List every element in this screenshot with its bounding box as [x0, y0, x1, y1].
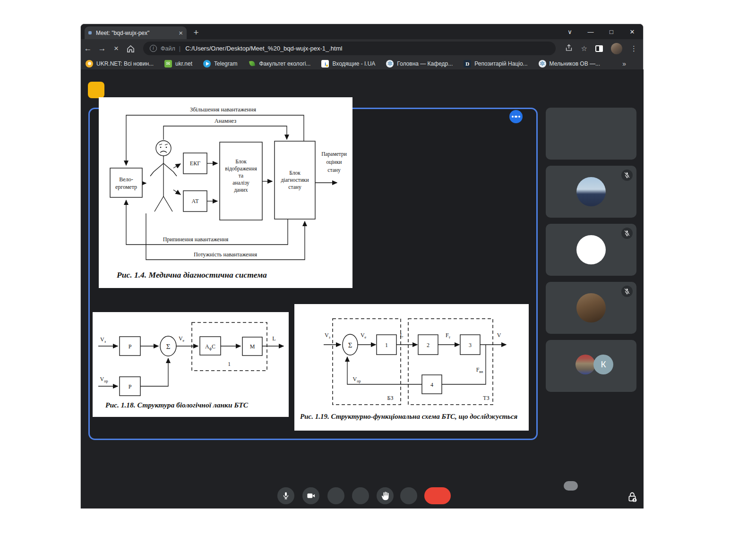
svg-text:Параметри: Параметри [321, 151, 347, 157]
iua-mail-icon: i [321, 60, 329, 68]
side-panel-icon[interactable] [595, 45, 603, 52]
svg-text:відображення: відображення [225, 166, 257, 172]
svg-text:Vз: Vз [100, 336, 106, 344]
svg-text:ЕКГ: ЕКГ [190, 160, 200, 167]
ukrnet-mail-icon: ✉ [164, 60, 172, 68]
svg-text:V: V [497, 332, 501, 339]
svg-text:Анамнез: Анамнез [215, 118, 237, 124]
mic-button[interactable] [277, 487, 294, 504]
fig119-dashed-blocks [333, 319, 493, 405]
svg-text:даних: даних [234, 187, 248, 193]
screenshot-canvas: Meet: "bqd-wujx-pex" × + ∨ — □ ✕ ← → × i… [0, 0, 756, 534]
participant-tile[interactable] [546, 224, 636, 276]
svg-text:Vе: Vе [179, 335, 185, 343]
address-bar[interactable]: i Файл | C:/Users/Олег/Desktop/Meet_%20_… [143, 42, 556, 55]
participant-tile[interactable] [546, 108, 636, 160]
raise-hand-button[interactable] [377, 487, 394, 504]
host-controls-lock-icon[interactable] [627, 492, 637, 504]
bookmark-item[interactable]: ✉ ukr.net [164, 60, 192, 68]
browser-tab[interactable]: Meet: "bqd-wujx-pex" × [85, 26, 187, 39]
home-icon[interactable] [123, 44, 137, 53]
ukrnet-news-icon [86, 60, 93, 68]
svg-text:Vе: Vе [361, 332, 367, 339]
svg-text:оцінки: оцінки [326, 159, 342, 165]
tab-title: Meet: "bqd-wujx-pex" [96, 30, 176, 36]
mic-muted-icon [621, 286, 633, 297]
svg-text:Σ: Σ [166, 343, 171, 350]
svg-text:Блок: Блок [289, 170, 301, 176]
svg-text:Σ: Σ [348, 341, 352, 349]
presenter-yellow-badge [88, 82, 104, 98]
svg-text:Vз: Vз [325, 332, 330, 339]
bookmark-item[interactable]: UKR.NET: Всі новин... [86, 60, 154, 68]
svg-text:БЗ: БЗ [387, 395, 394, 401]
bookmark-star-icon[interactable]: ☆ [581, 44, 587, 53]
bookmark-item[interactable]: Telegram [203, 60, 237, 68]
window-chevron-icon[interactable]: ∨ [566, 28, 574, 35]
fig118-boxes [120, 336, 262, 396]
meet-page: Збільшення навантаження Анамнез Вело- ер… [81, 69, 644, 509]
fig14-person [150, 141, 177, 212]
svg-text:L: L [272, 335, 275, 342]
end-call-button[interactable] [424, 487, 451, 504]
profile-avatar[interactable] [611, 43, 622, 54]
bookmarks-overflow-icon[interactable]: » [622, 60, 626, 68]
mic-muted-icon [621, 228, 633, 239]
svg-text:АТ: АТ [192, 198, 199, 204]
tab-close-icon[interactable]: × [179, 29, 183, 37]
svg-text:Fвн: Fвн [476, 366, 483, 374]
svg-text:Припинення навантаження: Припинення навантаження [163, 236, 229, 243]
bookmark-item[interactable]: i Входящие - I.UA [321, 60, 375, 68]
stop-icon[interactable]: × [109, 44, 123, 53]
control-button[interactable] [327, 487, 344, 504]
window-controls: ∨ — □ ✕ [566, 25, 643, 38]
url-scheme-label: Файл [161, 45, 175, 52]
bookmark-item[interactable]: ✲ Мельников ОВ —... [539, 60, 600, 68]
bookmarks-bar: UKR.NET: Всі новин... ✉ ukr.net Telegram… [81, 58, 643, 69]
svg-text:М: М [250, 343, 255, 350]
slide-figure-1-19: Vз Σ Vе 1 L 2 Fт 3 V Fвн 4 Vпр БЗ ТЗ [294, 304, 529, 431]
fig118-caption: Рис. 1.18. Структура біологічної ланки Б… [105, 401, 248, 409]
share-icon[interactable] [565, 43, 573, 54]
control-button[interactable] [400, 487, 417, 504]
browser-toolbar: ← → × i Файл | C:/Users/Олег/Desktop/Mee… [81, 39, 643, 58]
bookmark-item[interactable]: ✲ Головна — Кафедр... [386, 60, 453, 68]
participant-avatar [576, 235, 606, 264]
window-maximize-icon[interactable]: □ [607, 28, 616, 35]
mic-muted-icon [621, 170, 633, 181]
presentation-options-button[interactable] [509, 110, 523, 123]
participant-tile[interactable] [546, 166, 636, 218]
camera-button[interactable] [302, 487, 319, 504]
svg-text:Vпр: Vпр [100, 376, 108, 383]
window-close-icon[interactable]: ✕ [628, 28, 636, 35]
fig119-diagram: Vз Σ Vе 1 L 2 Fт 3 V Fвн 4 Vпр БЗ ТЗ [294, 304, 529, 411]
svg-text:стану: стану [327, 167, 341, 173]
url-text[interactable]: C:/Users/Олег/Desktop/Meet_%20_bqd-wujx-… [185, 45, 342, 52]
menu-dots-icon[interactable]: ⋮ [630, 44, 637, 53]
dspace-icon: D [464, 60, 471, 68]
svg-text:1: 1 [228, 361, 231, 367]
site-snowflake-icon: ✲ [386, 60, 394, 68]
participant-tile[interactable]: К [546, 340, 636, 392]
svg-text:Вело-: Вело- [119, 176, 133, 183]
bookmark-item[interactable]: Факультет екологі... [248, 60, 310, 68]
back-icon[interactable]: ← [81, 44, 95, 53]
tab-favicon-icon [88, 31, 92, 34]
forward-icon[interactable]: → [95, 44, 109, 53]
participant-tile[interactable] [546, 282, 636, 334]
page-info-icon[interactable]: i [150, 45, 157, 52]
reaction-indicator [564, 481, 578, 491]
svg-text:Блок: Блок [235, 159, 247, 164]
svg-text:аналізу: аналізу [232, 180, 249, 186]
svg-text:2: 2 [427, 342, 430, 348]
window-minimize-icon[interactable]: — [586, 28, 595, 35]
slide-figure-1-4: Збільшення навантаження Анамнез Вело- ер… [99, 97, 352, 288]
control-button[interactable] [352, 487, 369, 504]
svg-text:1: 1 [385, 342, 388, 348]
leaf-icon [248, 60, 256, 68]
bookmark-item[interactable]: D Репозитарій Націо... [464, 60, 527, 68]
svg-text:Р: Р [129, 383, 132, 390]
svg-text:Fт: Fт [446, 332, 451, 339]
new-tab-button[interactable]: + [190, 27, 202, 38]
toolbar-right: ☆ ⋮ [565, 39, 643, 58]
